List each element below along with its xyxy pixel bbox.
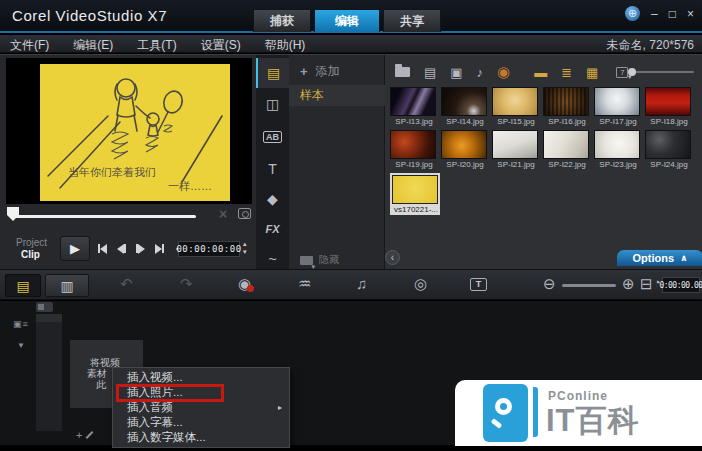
close-button[interactable]: × [687,7,694,21]
spinner-down-icon[interactable]: ▾ [243,248,247,256]
record-capture-icon[interactable]: ◉ [238,275,251,293]
add-track-button[interactable]: + [76,429,94,441]
scrubber-track[interactable] [12,215,196,218]
thumbnail-image[interactable] [645,87,691,116]
collapse-panel-button[interactable]: ‹ [385,250,400,265]
spinner-up-icon[interactable]: ▴ [243,240,247,248]
library-nav-graphics[interactable]: ◆ [256,184,289,214]
tab-share[interactable]: 共享 [383,9,441,32]
fit-project-icon[interactable]: ⊟ [640,275,653,293]
library-nav-title[interactable]: T [256,154,289,184]
thumbnail-image[interactable] [390,87,436,116]
scrubber-handle[interactable] [7,207,19,215]
menu-edit[interactable]: 编辑(E) [73,37,113,54]
options-button[interactable]: Options ∧ [617,250,702,266]
menu-settings[interactable]: 设置(S) [201,37,241,54]
thumbnail-view-icon[interactable]: ▦ [586,65,598,80]
minimize-button[interactable]: – [651,7,658,21]
thumbnail-size-slider[interactable] [630,71,694,73]
library-nav-transition[interactable]: AB [256,122,289,152]
previous-frame-button[interactable] [117,241,126,256]
auto-music-icon[interactable]: ♫ [356,275,367,292]
thumbnail[interactable]: SP-I18.jpg [645,87,695,126]
thumbnail-image[interactable] [594,87,640,116]
play-button[interactable]: ▶ [60,236,90,261]
menu-item-insert-audio[interactable]: 插入音频▸ [113,400,289,415]
thumbnail-image[interactable] [594,130,640,159]
thumbnail-image[interactable] [645,130,691,159]
menu-item-insert-digital-media[interactable]: 插入数字媒体... [113,430,289,445]
thumbnail-filename: SP-I23.jpg [594,160,642,169]
thumbnail-image[interactable] [441,87,487,116]
sort-icon[interactable]: 7 [616,67,628,78]
thumbnail-image[interactable] [390,130,436,159]
filter-video-icon[interactable]: ▤ [424,65,436,80]
tab-capture[interactable]: 捕获 [253,9,311,32]
menu-tools[interactable]: 工具(T) [137,37,176,54]
thumbnail-image[interactable] [543,87,589,116]
zoom-in-icon[interactable]: ⊕ [622,275,635,293]
list-view-icon[interactable]: ▬ [534,65,547,80]
timecode-spinner[interactable]: ▴ ▾ [243,240,247,256]
sound-mixer-icon[interactable]: ♒ [298,275,311,293]
thumbnail[interactable]: SP-I23.jpg [594,130,644,169]
end-button[interactable] [155,241,164,256]
transitions-wheel-icon[interactable]: ◉ [497,63,510,81]
track-header-button[interactable] [36,302,53,312]
hide-library-button[interactable]: 隐藏 [300,253,339,267]
storyboard-view-button[interactable]: ▤ [5,274,41,297]
folder-item-sample[interactable]: 样本 [289,85,385,106]
undo-icon[interactable]: ↶ [120,275,133,293]
home-button[interactable] [98,241,107,256]
slider-knob[interactable] [628,68,636,76]
project-mode-label[interactable]: Project [16,237,47,248]
thumbnail[interactable]: SP-I21.jpg [492,130,542,169]
thumbnail-image[interactable] [492,130,538,159]
thumbnail-image[interactable] [392,175,438,204]
thumbnail[interactable]: SP-I19.jpg [390,130,440,169]
timeline-timecode[interactable]: 0:00:00.00 [662,277,700,293]
filter-audio-icon[interactable]: ♪ [477,65,484,80]
clip-mode-label[interactable]: Clip [21,249,40,260]
detail-view-icon[interactable]: ≣ [561,65,572,80]
preview-panel: 当年你们牵着我们 一样…… × Project Clip ▶ ))) 00:00… [0,55,256,269]
menu-item-insert-photo[interactable]: 插入照片... [113,385,289,400]
thumbnail-selected[interactable]: vs170221-... [390,173,440,215]
zoom-out-icon[interactable]: ⊖ [543,275,556,293]
timeline-zoom-slider[interactable] [562,284,616,287]
capture-frame-icon[interactable] [238,208,251,219]
maximize-button[interactable]: □ [669,7,676,21]
menu-item-insert-subtitle[interactable]: 插入字幕... [113,415,289,430]
tab-edit[interactable]: 编辑 [314,9,380,32]
thumbnail[interactable]: SP-I15.jpg [492,87,542,126]
import-folder-icon[interactable] [395,67,410,77]
track-manager-icon[interactable]: ◎ [414,275,427,293]
thumbnail[interactable]: SP-I24.jpg [645,130,695,169]
next-frame-button[interactable] [136,241,145,256]
split-clip-icon[interactable]: × [219,206,227,222]
library-nav-media[interactable]: ▤ [256,58,289,88]
add-folder-button[interactable]: + 添加 [300,63,340,80]
thumbnail[interactable]: SP-I22.jpg [543,130,593,169]
thumbnail[interactable]: SP-I20.jpg [441,130,491,169]
thumbnail[interactable]: SP-I17.jpg [594,87,644,126]
globe-icon[interactable]: ⊕ [625,6,640,21]
thumbnail[interactable]: SP-I14.jpg [441,87,491,126]
menu-item-insert-video[interactable]: 插入视频... [113,370,289,385]
thumbnail[interactable]: SP-I16.jpg [543,87,593,126]
preview-timecode[interactable]: 00:00:00:00 [178,241,240,257]
thumbnail-image[interactable] [492,87,538,116]
video-track-strip[interactable] [36,314,62,431]
filter-photo-icon[interactable]: ▣ [450,65,462,80]
timeline-view-button[interactable]: ▥ [45,274,89,297]
thumbnail[interactable]: SP-I13.jpg [390,87,440,126]
subtitle-editor-icon[interactable]: T [470,278,487,291]
menu-file[interactable]: 文件(F) [10,37,49,54]
track-collapse-icon[interactable]: ▼ [17,341,25,350]
library-nav-instant-project[interactable]: ◫ [256,89,289,119]
thumbnail-image[interactable] [543,130,589,159]
thumbnail-image[interactable] [441,130,487,159]
library-nav-filter[interactable]: FX [256,214,289,244]
menu-help[interactable]: 帮助(H) [265,37,306,54]
redo-icon[interactable]: ↷ [180,275,193,293]
